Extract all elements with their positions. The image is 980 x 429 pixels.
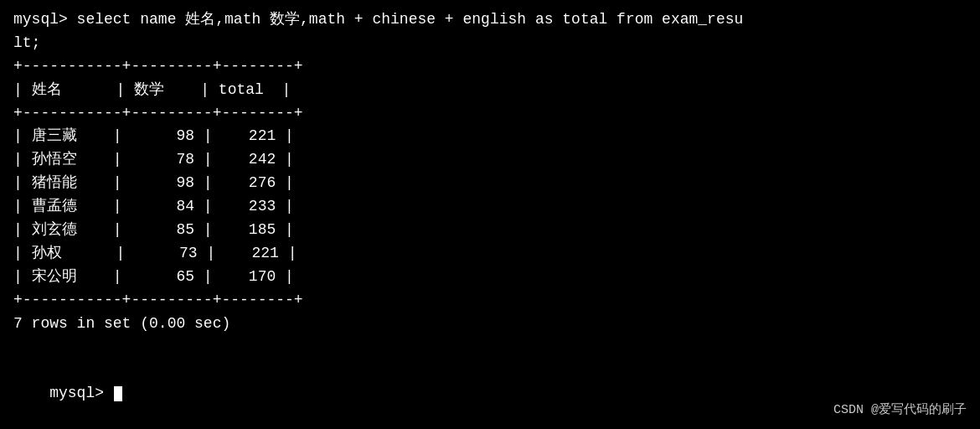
cursor-block (114, 386, 122, 401)
separator-top: +-----------+---------+--------+ (13, 55, 967, 79)
command-line-1: mysql> select name 姓名,math 数学,math + chi… (13, 8, 967, 32)
next-prompt-line: mysql> (13, 359, 967, 429)
separator-mid: +-----------+---------+--------+ (13, 102, 967, 126)
separator-bottom: +-----------+---------+--------+ (13, 289, 967, 313)
table-row: | 猪悟能 | 98 | 276 | (13, 172, 967, 195)
next-prompt-text: mysql> (49, 385, 113, 401)
table-header: | 姓名 | 数学 | total | (13, 79, 967, 102)
table-row: | 宋公明 | 65 | 170 | (13, 266, 967, 289)
table-row: | 孙悟空 | 78 | 242 | (13, 148, 967, 172)
result-summary: 7 rows in set (0.00 sec) (13, 313, 967, 336)
watermark: CSDN @爱写代码的刷子 (833, 401, 967, 417)
command-line-2: lt; (13, 32, 967, 55)
empty-line (13, 335, 967, 359)
terminal-window: mysql> select name 姓名,math 数学,math + chi… (0, 0, 980, 429)
table-row: | 唐三藏 | 98 | 221 | (13, 125, 967, 148)
table-row: | 刘玄德 | 85 | 185 | (13, 219, 967, 242)
table-row: | 孙权 | 73 | 221 | (13, 242, 967, 266)
table-row: | 曹孟德 | 84 | 233 | (13, 195, 967, 219)
